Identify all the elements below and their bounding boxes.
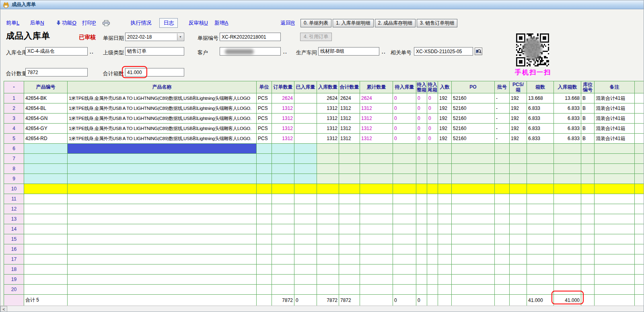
cell-in_boxes[interactable] (554, 204, 581, 214)
cell-boxes[interactable] (527, 254, 554, 264)
cell-total_qty[interactable] (339, 194, 360, 204)
cell-pending_tail[interactable]: 0 (427, 134, 438, 144)
cell-po[interactable] (452, 244, 495, 254)
cell-boxes[interactable] (527, 174, 554, 184)
cell-total_qty[interactable] (339, 264, 360, 275)
cell-order_qty[interactable] (272, 214, 294, 224)
cell-remark[interactable]: 混装合计41箱 (595, 124, 635, 134)
cell-name[interactable] (68, 154, 257, 164)
cell-remark[interactable] (595, 244, 635, 254)
table-row-14[interactable]: 14 (4, 224, 644, 234)
table-row-17[interactable]: 17 (4, 254, 644, 264)
cell-remark[interactable] (595, 144, 635, 154)
cell-pending_full[interactable]: 0 (416, 134, 427, 144)
cell-per_box[interactable] (438, 174, 452, 184)
toolbar-item-back[interactable]: 返回R (280, 19, 294, 27)
cell-received_qty[interactable] (294, 214, 317, 224)
cell-pending_qty[interactable] (393, 254, 416, 264)
cell-per_box[interactable] (438, 264, 452, 275)
cell-code[interactable] (24, 144, 68, 154)
cell-cum_qty[interactable] (360, 254, 393, 264)
cell-_t[interactable] (635, 224, 644, 234)
cell-no[interactable]: 3 (4, 114, 24, 124)
cell-total_qty[interactable] (339, 204, 360, 214)
cell-cum_qty[interactable]: 1312 (360, 114, 393, 124)
cell-batch[interactable] (495, 244, 510, 254)
cell-batch[interactable] (495, 254, 510, 264)
cell-no[interactable]: 20 (4, 285, 24, 295)
table-row-3[interactable]: 342654-GN1米TPE线身,金属外壳USB A TO LIGHTNING(… (4, 114, 644, 124)
cell-pending_qty[interactable] (393, 204, 416, 214)
cell-name[interactable]: 1米TPE线身,金属外壳USB A TO LIGHTNING(C89)数据线,U… (68, 103, 257, 114)
cell-boxes[interactable]: 6.833 (527, 124, 554, 134)
table-row-5[interactable]: 542654-RD1米TPE线身,金属外壳USB A TO LIGHTNING(… (4, 134, 644, 144)
cell-unit[interactable] (257, 285, 272, 295)
cell-per_box[interactable] (438, 154, 452, 164)
column-header-order_qty[interactable]: 订单数量 (272, 81, 294, 93)
warehouse-picker-dots[interactable]: .. (90, 49, 94, 55)
column-header-batch[interactable]: 批号 (495, 81, 510, 93)
cell-cum_qty[interactable]: 1312 (360, 124, 393, 134)
cell-batch[interactable]: - (495, 93, 510, 103)
cell-no[interactable]: 19 (4, 275, 24, 285)
cell-in_qty[interactable]: 1312 (317, 134, 339, 144)
cell-_t[interactable] (635, 254, 644, 264)
cell-pending_full[interactable]: 0 (416, 103, 427, 114)
cell-total_qty[interactable] (339, 244, 360, 254)
cell-total_qty[interactable] (339, 234, 360, 244)
cell-batch[interactable] (495, 285, 510, 295)
cell-boxes[interactable] (527, 264, 554, 275)
cell-pcs_per_box[interactable] (510, 164, 527, 174)
cell-pending_qty[interactable] (393, 144, 416, 154)
cell-code[interactable] (24, 214, 68, 224)
cell-name[interactable] (68, 204, 257, 214)
cell-remark[interactable] (595, 214, 635, 224)
quote-order-button[interactable]: 4. 引用订单 (300, 33, 332, 41)
column-header-name[interactable]: 产品名称 (68, 81, 257, 93)
cell-po[interactable] (452, 184, 495, 194)
cell-remark[interactable] (595, 204, 635, 214)
cell-pcs_per_box[interactable] (510, 254, 527, 264)
cell-code[interactable]: 42654-BL (24, 103, 68, 114)
cell-received_qty[interactable] (294, 244, 317, 254)
cell-unit[interactable] (257, 224, 272, 234)
cell-_t[interactable] (635, 114, 644, 124)
cell-name[interactable] (68, 275, 257, 285)
cell-order_qty[interactable] (272, 164, 294, 174)
cell-location[interactable]: B (581, 124, 595, 134)
cell-boxes[interactable]: 6.833 (527, 134, 554, 144)
cell-pending_qty[interactable] (393, 244, 416, 254)
cell-cum_qty[interactable] (360, 154, 393, 164)
cell-pending_tail[interactable] (427, 234, 438, 244)
cell-boxes[interactable] (527, 164, 554, 174)
warehouse-input[interactable] (25, 47, 88, 56)
cell-batch[interactable] (495, 174, 510, 184)
cell-pcs_per_box[interactable] (510, 154, 527, 164)
cell-boxes[interactable]: 6.833 (527, 103, 554, 114)
cell-no[interactable]: 17 (4, 254, 24, 264)
cell-boxes[interactable] (527, 194, 554, 204)
cell-total_qty[interactable]: 1312 (339, 114, 360, 124)
cell-po[interactable]: 52160 (452, 114, 495, 124)
cell-location[interactable] (581, 254, 595, 264)
cell-location[interactable] (581, 194, 595, 204)
table-row-7[interactable]: 7 (4, 154, 644, 164)
cell-pending_tail[interactable] (427, 204, 438, 214)
cell-cum_qty[interactable] (360, 164, 393, 174)
cell-pcs_per_box[interactable] (510, 224, 527, 234)
column-header-in_boxes[interactable]: 入库箱数 (554, 81, 581, 93)
toolbar-item-prev-doc[interactable]: 前单L (6, 19, 19, 27)
cell-location[interactable] (581, 285, 595, 295)
cell-batch[interactable] (495, 234, 510, 244)
cell-pending_qty[interactable] (393, 264, 416, 275)
cell-code[interactable] (24, 234, 68, 244)
cell-in_qty[interactable]: 2624 (317, 93, 339, 103)
cell-total_qty[interactable]: 1312 (339, 134, 360, 144)
cell-no[interactable]: 1 (4, 93, 24, 103)
cell-batch[interactable]: - (495, 103, 510, 114)
cell-received_qty[interactable] (294, 264, 317, 275)
cell-cum_qty[interactable]: 1312 (360, 103, 393, 114)
cell-in_qty[interactable]: 1312 (317, 124, 339, 134)
cell-batch[interactable]: - (495, 124, 510, 134)
cell-received_qty[interactable] (294, 154, 317, 164)
